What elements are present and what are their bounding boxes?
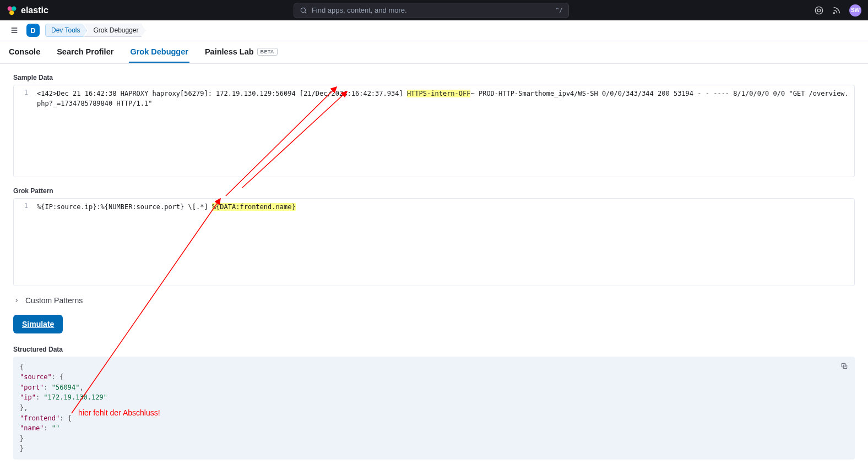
search-container: Find apps, content, and more. ^/ xyxy=(55,3,807,18)
tab-console[interactable]: Console xyxy=(8,42,41,63)
sample-data-text[interactable]: <142>Dec 21 16:42:38 HAPROXY haproxy[562… xyxy=(32,85,854,177)
breadcrumb-bar: D Dev Tools Grok Debugger xyxy=(0,20,868,41)
line-number: 1 xyxy=(24,202,28,210)
grok-pattern-text[interactable]: %{IP:source.ip}:%{NUMBER:source.port} \[… xyxy=(32,199,854,286)
tab-painless-lab[interactable]: Painless Lab BETA xyxy=(204,42,279,63)
line-gutter: 1 xyxy=(14,199,32,286)
line-gutter: 1 xyxy=(14,85,32,177)
custom-patterns-label: Custom Patterns xyxy=(25,296,83,305)
space-selector[interactable]: D xyxy=(26,24,40,37)
svg-point-1 xyxy=(12,6,16,10)
grok-pattern-label: Grok Pattern xyxy=(13,187,855,195)
nav-toggle-button[interactable] xyxy=(8,24,21,37)
sample-data-editor[interactable]: 1 <142>Dec 21 16:42:38 HAPROXY haproxy[5… xyxy=(13,85,855,177)
tabs: Console Search Profiler Grok Debugger Pa… xyxy=(0,41,868,64)
svg-point-2 xyxy=(9,10,14,15)
global-search-input[interactable]: Find apps, content, and more. ^/ xyxy=(294,3,569,18)
breadcrumb-grok-debugger[interactable]: Grok Debugger xyxy=(84,24,145,37)
sample-data-label: Sample Data xyxy=(13,74,855,81)
user-avatar[interactable]: SW xyxy=(849,4,861,17)
svg-point-5 xyxy=(817,9,820,12)
structured-data-label: Structured Data xyxy=(13,346,855,353)
line-number: 1 xyxy=(24,89,28,96)
header-actions: SW xyxy=(814,4,861,17)
annotation-text: hier fehlt der Abschluss! xyxy=(78,408,160,417)
tab-label: Grok Debugger xyxy=(130,47,188,56)
search-placeholder: Find apps, content, and more. xyxy=(312,6,407,14)
search-icon xyxy=(300,7,307,14)
copy-icon[interactable] xyxy=(840,362,849,371)
grok-pattern-editor[interactable]: 1 %{IP:source.ip}:%{NUMBER:source.port} … xyxy=(13,198,855,286)
breadcrumb-label: Dev Tools xyxy=(51,26,80,34)
newsfeed-icon[interactable] xyxy=(832,6,842,15)
breadcrumb: Dev Tools Grok Debugger xyxy=(45,24,146,37)
breadcrumb-label: Grok Debugger xyxy=(93,26,138,34)
svg-point-6 xyxy=(833,12,834,13)
global-header: elastic Find apps, content, and more. ^/… xyxy=(0,0,868,20)
main-content: Sample Data 1 <142>Dec 21 16:42:38 HAPRO… xyxy=(0,64,868,476)
search-kbd-hint: ^/ xyxy=(556,7,563,14)
simulate-button[interactable]: Simulate xyxy=(13,315,63,333)
svg-point-0 xyxy=(8,6,12,10)
custom-patterns-accordion[interactable]: Custom Patterns xyxy=(13,296,855,305)
help-icon[interactable] xyxy=(814,6,824,15)
svg-point-3 xyxy=(301,8,305,12)
tab-search-profiler[interactable]: Search Profiler xyxy=(56,42,115,63)
elastic-logo-icon xyxy=(7,5,18,16)
beta-badge: BETA xyxy=(257,48,278,56)
tab-label: Painless Lab xyxy=(205,47,254,56)
tab-label: Search Profiler xyxy=(57,47,113,56)
brand-logo[interactable]: elastic xyxy=(7,5,48,16)
brand-name: elastic xyxy=(21,6,48,15)
chevron-right-icon xyxy=(13,297,21,304)
tab-label: Console xyxy=(9,47,40,56)
svg-point-4 xyxy=(815,7,822,14)
breadcrumb-dev-tools[interactable]: Dev Tools xyxy=(45,24,87,37)
hamburger-icon xyxy=(10,26,19,35)
tab-grok-debugger[interactable]: Grok Debugger xyxy=(129,42,189,63)
